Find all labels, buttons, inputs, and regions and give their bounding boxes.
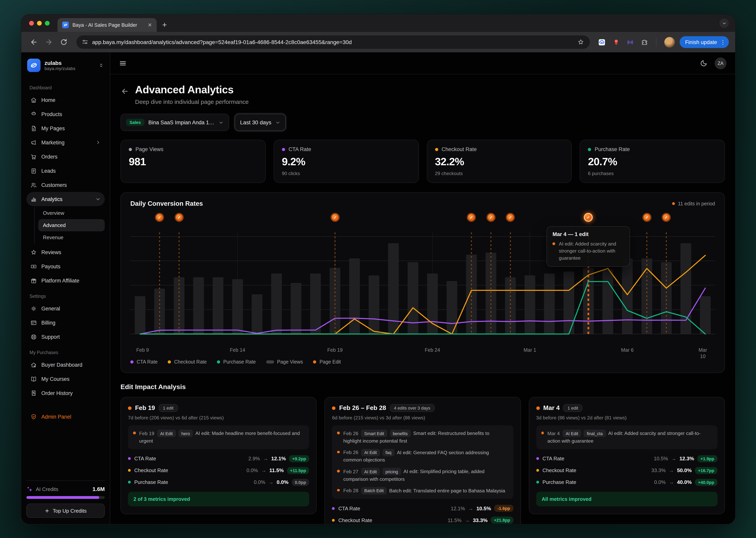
minimize-window-button[interactable] [37,21,42,26]
sidebar-item-home[interactable]: Home [27,93,105,107]
impact-card-mar-4: Mar 4 1 edit 3d before (86 views) vs 2d … [529,397,725,514]
url-text[interactable]: app.baya.my/dashboard/analytics/advanced… [92,39,573,45]
sidebar-item-marketing[interactable]: Marketing [27,135,105,149]
metric-row-cta-rate: CTA Rate 2.9% → 12.1% +9.2pp [128,455,309,462]
sidebar-subitem-overview[interactable]: Overview [38,207,105,219]
maximize-window-button[interactable] [45,21,50,26]
desktop-background: Baya - AI Sales Page Builder ✕ + app.bay… [0,0,756,538]
metric-delta-badge: +40.0pp [695,479,718,486]
x-tick-label: Mar 1 [524,348,536,353]
sidebar-item-label: Billing [41,320,55,326]
edit-pencil-icon-feb-26[interactable] [467,213,476,222]
stat-dot-icon [435,148,438,151]
metric-row-cta-rate: CTA Rate 12.1% → 10.5% -1.6pp [332,505,513,512]
edit-date: Feb 19 [139,431,155,436]
edit-pencil-icon-feb-28[interactable] [506,213,515,222]
edit-pencil-icon-feb-11[interactable] [175,213,184,222]
sidebar-item-order-history[interactable]: Order History [27,386,105,400]
reload-icon[interactable] [60,38,68,46]
edit-pencil-icon-feb-10[interactable] [155,213,164,222]
finish-update-button[interactable]: Finish update ⋮ [680,36,729,48]
edit-pencil-icon-feb-27[interactable] [486,213,495,222]
tab-close-icon[interactable]: ✕ [148,22,152,28]
sidebar-item-label: Platform Affiliate [41,278,79,284]
tab-search-button[interactable] [720,19,729,28]
sidebar-item-payouts[interactable]: Payouts [27,259,105,273]
sidebar-subitem-revenue[interactable]: Revenue [38,231,105,243]
impact-compare-text: 3d before (86 views) vs 2d after (81 vie… [536,415,718,421]
stat-sub [129,171,258,176]
back-arrow-icon[interactable] [120,87,129,96]
metric-delta-badge: +11.5pp [287,467,309,474]
sidebar-item-label: Analytics [41,196,62,202]
edit-marker-row [130,210,715,227]
legend-item-checkout-rate: Checkout Rate [168,359,207,365]
bookmark-star-icon[interactable] [577,38,584,46]
sidebar-item-platform-affiliate[interactable]: Platform Affiliate [27,273,105,288]
stat-sub: 90 clicks [282,171,411,176]
sidebar-item-my-pages[interactable]: My Pages [27,121,105,135]
sidebar-subitem-advanced[interactable]: Advanced [38,219,105,231]
x-tick-label: Mar 6 [621,348,634,353]
sidebar-item-reviews[interactable]: Reviews [27,245,105,259]
page-select-value: Bina SaaS Impian Anda 100% D [149,119,215,125]
edit-pencil-icon-mar-4[interactable] [584,213,593,222]
page-select[interactable]: Sales Bina SaaS Impian Anda 100% D [120,114,229,131]
legend-item-page-edit: Page Edit [313,359,341,365]
extension-icon-cloud[interactable] [598,38,606,46]
edit-pencil-icon-mar-7[interactable] [642,213,652,222]
window-controls[interactable] [29,21,50,26]
sidebar-item-label: Buyer Dashboard [41,362,82,368]
metric-delta-badge: +1.9pp [697,455,718,462]
extension-icon-red[interactable] [612,38,620,46]
impact-compare-text: 6d before (215 views) vs 3d after (86 vi… [332,415,513,421]
user-avatar[interactable]: ZA [715,57,726,69]
metric-name: Checkout Rate [339,517,372,523]
workspace-switcher[interactable]: zulabs baya.my/zulabs [27,58,105,73]
extension-icon-waves[interactable] [626,38,634,46]
sidebar-item-my-courses[interactable]: My Courses [27,372,105,386]
extensions-puzzle-icon[interactable] [641,38,649,46]
hamburger-menu-icon[interactable] [119,59,127,67]
sidebar-item-orders[interactable]: Orders [27,149,105,164]
sidebar-item-leads[interactable]: Leads [27,164,105,178]
sidebar-item-label: Payouts [41,263,60,269]
browser-menu-icon[interactable]: ⋮ [720,39,726,45]
edit-date: Feb 26 [344,450,358,455]
impact-metrics: CTA Rate 2.9% → 12.1% +9.2pp Checkout Ra… [128,455,309,486]
edit-entry: Feb 26Smart EditbenefitsSmart edit: Rest… [337,430,508,445]
url-bar[interactable]: app.baya.my/dashboard/analytics/advanced… [76,35,590,49]
metric-row-checkout-rate: Checkout Rate 0.0% → 11.5% +11.5pp [128,467,309,474]
top-up-credits-button[interactable]: Top Up Credits [27,504,105,518]
site-settings-icon[interactable] [82,39,88,45]
ai-credits-panel: AI Credits 1.6M Top Up Credits [27,480,105,518]
back-icon[interactable] [30,38,38,46]
edit-pencil-icon-feb-19[interactable] [331,213,340,222]
ai-credits-value: 1.6M [93,486,105,492]
sidebar-item-products[interactable]: Products [27,107,105,121]
sidebar-item-label: Leads [41,168,56,174]
impact-edits-list: Feb 19AI EditheroAI edit: Made headline … [128,425,309,449]
close-window-button[interactable] [29,21,34,26]
ai-credits-progress [27,496,105,499]
sidebar-item-billing[interactable]: Billing [27,315,105,330]
section-label-my-purchases: My Purchases [30,350,101,355]
edit-pencil-icon-mar-8[interactable] [662,213,671,222]
new-tab-button[interactable]: + [162,21,167,29]
legend-dot-icon [168,360,171,363]
sidebar-item-general[interactable]: General [27,301,105,315]
sidebar-item-admin-panel[interactable]: Admin Panel [27,409,105,424]
sidebar-item-buyer-dashboard[interactable]: Buyer Dashboard [27,357,105,372]
sidebar-item-customers[interactable]: Customers [27,178,105,192]
dark-mode-toggle-icon[interactable] [700,59,708,67]
forward-icon[interactable] [45,38,53,46]
edit-tag: AI Edit [361,449,380,456]
sidebar-item-analytics[interactable]: Analytics [27,192,105,206]
date-range-select[interactable]: Last 30 days [235,114,286,131]
sidebar-item-support[interactable]: Support [27,330,105,344]
metric-after: 33.3% [473,517,488,523]
metric-delta-badge: -1.6pp [494,505,513,512]
browser-profile-avatar[interactable] [664,37,675,47]
app-topbar: ZA [110,52,735,74]
browser-tab[interactable]: Baya - AI Sales Page Builder ✕ [57,18,157,32]
